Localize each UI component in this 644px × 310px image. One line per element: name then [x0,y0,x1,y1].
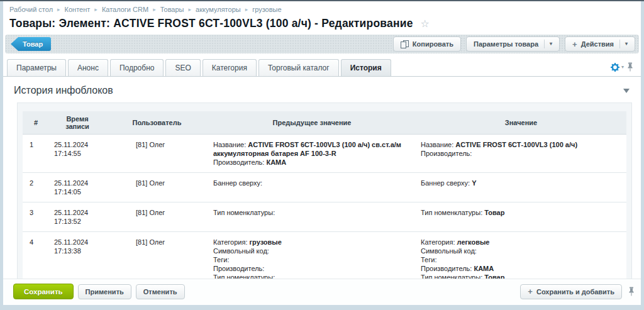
copy-button-label: Копировать [413,40,453,48]
cell-record-time: 25.11.202417:13:38 [49,232,106,279]
col-new-value: Значение [416,111,626,135]
tab-trade-catalog[interactable]: Торговый каталог [258,59,339,76]
table-header-row: # Время записи Пользователь Предыдущее з… [23,111,626,135]
tabs: ПараметрыАнонсПодробноSEOКатегорияТоргов… [7,59,393,76]
tab-category[interactable]: Категория [203,59,257,76]
save-button-label: Сохранить [24,288,63,296]
chevron-down-icon: ▾ [621,64,624,70]
content-panel: История инфоблоков # Время записи Пользо… [3,77,641,279]
plus-icon: + [572,40,577,48]
product-params-button[interactable]: Параметры товара ▾ [466,36,560,52]
cell-record-time: 25.11.202417:13:52 [49,202,106,232]
breadcrumb-item[interactable]: Каталоги CRM [102,6,148,13]
tab-announce[interactable]: Анонс [68,59,108,76]
chevron-down-icon: ▾ [544,40,552,48]
cell-row-number: 3 [23,202,49,232]
footer-action-bar: Сохранить Применить Отменить + Сохранить… [3,279,641,305]
cell-record-time: 25.11.202417:14:55 [49,135,106,173]
cell-row-number: 4 [23,232,49,279]
cell-user: [81] Олег [106,232,208,279]
page: Рабочий стол▸Контент▸Каталоги CRM▸Товары… [0,0,644,310]
col-user: Пользователь [106,111,208,135]
save-and-add-label: Сохранить и добавить [536,288,614,296]
breadcrumb-item[interactable]: Рабочий стол [9,6,53,13]
main-frame: Рабочий стол▸Контент▸Каталоги CRM▸Товары… [3,1,641,305]
breadcrumb-separator-icon: ▸ [57,6,60,13]
section-header: История инфоблоков [3,77,641,101]
breadcrumb-item[interactable]: Товары [160,6,184,13]
actions-button[interactable]: + Действия ▾ [565,36,635,52]
col-record-time: Время записи [49,111,106,135]
cancel-button-label: Отменить [143,288,177,296]
pin-icon[interactable] [628,287,635,296]
product-params-label: Параметры товара [474,40,538,48]
cell-new-value: Категория: легковыеСимвольный код:Теги:П… [416,232,626,279]
breadcrumb-separator-icon: ▸ [153,6,156,13]
cell-previous-value: Категория: грузовыеСимвольный код:Теги:П… [208,232,416,279]
history-table-body: 125.11.202417:14:55[81] ОлегНазвание: AC… [23,135,626,279]
chevron-down-icon[interactable] [623,89,630,96]
breadcrumb-item[interactable]: аккумуляторы [196,6,241,13]
back-to-product-button[interactable]: Товар [11,37,51,51]
tab-tools: ▾ [611,62,637,76]
tab-bar: ПараметрыАнонсПодробноSEOКатегорияТоргов… [3,59,641,77]
cell-previous-value: Тип номенклатуры: [208,202,416,232]
actions-label: Действия [581,40,614,48]
table-row: 325.11.202417:13:52[81] ОлегТип номенкла… [23,202,626,232]
tab-seo[interactable]: SEO [165,59,200,76]
table-row: 425.11.202417:13:38[81] ОлегКатегория: г… [23,232,626,279]
tab-parameters[interactable]: Параметры [7,59,66,76]
favorite-star-icon[interactable]: ☆ [421,19,430,29]
col-number: # [23,111,49,135]
page-title: Товары: Элемент: ACTIVE FROST 6СТ-100VL3… [9,17,413,30]
cancel-button[interactable]: Отменить [136,284,185,299]
cell-new-value: Баннер сверху: Y [416,173,626,202]
toolbar-right: Копировать Параметры товара ▾ + Действия… [393,36,635,52]
table-row: 125.11.202417:14:55[81] ОлегНазвание: AC… [23,135,626,173]
title-row: Товары: Элемент: ACTIVE FROST 6СТ-100VL3… [3,13,641,31]
breadcrumb: Рабочий стол▸Контент▸Каталоги CRM▸Товары… [3,1,641,13]
plus-icon: + [528,287,533,296]
breadcrumb-separator-icon: ▸ [189,6,192,13]
cell-new-value: Тип номенклатуры: Товар [416,202,626,232]
chevron-down-icon: ▾ [619,40,628,48]
apply-button-label: Применить [86,288,124,296]
table-row: 225.11.202417:14:05[81] ОлегБаннер сверх… [23,173,626,202]
breadcrumb-item[interactable]: Контент [65,6,91,13]
cell-row-number: 2 [23,173,49,202]
gear-icon [611,63,619,72]
breadcrumb-separator-icon: ▸ [94,6,97,13]
tab-history[interactable]: История [341,59,391,76]
footer-right: + Сохранить и добавить [520,284,635,299]
history-table: # Время записи Пользователь Предыдущее з… [17,102,632,279]
back-button-label: Товар [23,40,43,48]
cell-user: [81] Олег [106,135,208,173]
apply-button[interactable]: Применить [78,284,131,299]
settings-gear-button[interactable]: ▾ [611,63,624,72]
tab-detail[interactable]: Подробно [110,59,164,76]
breadcrumb-item[interactable]: грузовые [252,6,281,13]
cell-previous-value: Название: ACTIVE FROST 6СТ-100VL3 (100 а… [208,135,416,173]
cell-record-time: 25.11.202417:14:05 [49,173,106,202]
section-title: История инфоблоков [14,85,113,96]
save-button[interactable]: Сохранить [13,284,74,299]
cell-new-value: Название: ACTIVE FROST 6СТ-100VL3 (100 а… [416,135,626,173]
col-previous-value: Предыдущее значение [208,111,416,135]
pin-icon[interactable] [627,62,633,72]
copy-icon [401,40,409,48]
cell-user: [81] Олег [106,202,208,232]
save-and-add-button[interactable]: + Сохранить и добавить [520,284,622,299]
breadcrumb-separator-icon: ▸ [245,6,248,13]
cell-previous-value: Баннер сверху: [208,173,416,202]
cell-user: [81] Олег [106,173,208,202]
copy-button[interactable]: Копировать [393,36,461,52]
cell-row-number: 1 [23,135,49,173]
toolbar: Товар Копировать Параметры товара ▾ + Де… [5,35,639,53]
